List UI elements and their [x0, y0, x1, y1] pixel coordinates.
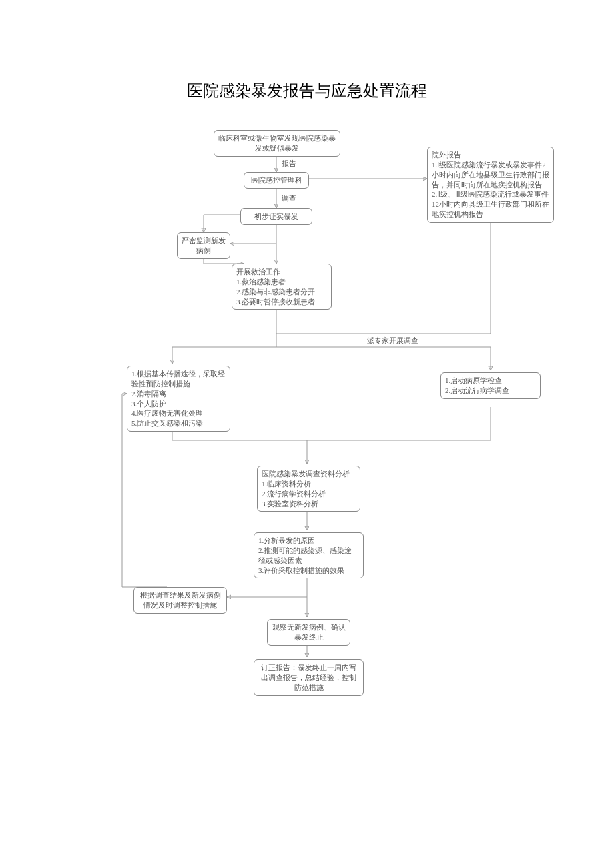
- n7-l1: 2.消毒隔离: [131, 389, 226, 399]
- n7-l2: 3.个人防护: [131, 399, 226, 409]
- n7-l0: 1.根据基本传播途径，采取经验性预防控制措施: [131, 369, 226, 389]
- node-control-measures: 1.根据基本传播途径，采取经验性预防控制措施 2.消毒隔离 3.个人防护 4.医…: [127, 366, 230, 432]
- node-analysis: 医院感染暴发调查资料分析 1.临床资料分析 2.流行病学资料分析 3.实验室资料…: [257, 466, 360, 512]
- label-investigate: 调查: [280, 193, 298, 203]
- n10-l1: 2.推测可能的感染源、感染途径或感染因素: [258, 546, 359, 566]
- n6-body: 1.Ⅰ级医院感染流行暴发或暴发事件2小时内向所在地县级卫生行政部门报告，并同时向…: [432, 160, 549, 220]
- n10-l0: 1.分析暴发的原因: [258, 536, 359, 546]
- n8-l1: 2.启动流行病学调查: [445, 386, 536, 396]
- n5-l3: 3.必要时暂停接收新患者: [236, 297, 327, 307]
- node-confirm: 初步证实暴发: [240, 208, 312, 225]
- node-monitor: 严密监测新发病例: [177, 232, 230, 259]
- label-experts: 派专家开展调查: [366, 336, 420, 346]
- n9-l2: 2.流行病学资料分析: [262, 489, 356, 499]
- node-treatment: 开展救治工作 1.救治感染患者 2.感染与非感染患者分开 3.必要时暂停接收新患…: [232, 264, 332, 310]
- n7-l4: 5.防止交叉感染和污染: [131, 418, 226, 428]
- node-terminate: 观察无新发病例、确认暴发终止: [267, 619, 350, 646]
- n9-l3: 3.实验室资料分析: [262, 499, 356, 509]
- node-dept: 医院感控管理科: [244, 172, 309, 189]
- node-cause-analysis: 1.分析暴发的原因 2.推测可能的感染源、感染途径或感染因素 3.评价采取控制措…: [254, 532, 364, 578]
- n6-title: 院外报告: [432, 150, 549, 160]
- node-final-report: 订正报告：暴发终止一周内写出调查报告，总结经验，控制防范措施: [254, 659, 364, 696]
- n7-l3: 4.医疗废物无害化处理: [131, 408, 226, 418]
- n9-l0: 医院感染暴发调查资料分析: [262, 469, 356, 479]
- n8-l0: 1.启动病原学检查: [445, 376, 536, 386]
- n9-l1: 1.临床资料分析: [262, 479, 356, 489]
- node-external-report: 院外报告 1.Ⅰ级医院感染流行暴发或暴发事件2小时内向所在地县级卫生行政部门报告…: [427, 147, 554, 223]
- n10-l2: 3.评价采取控制措施的效果: [258, 566, 359, 576]
- node-adjust: 根据调查结果及新发病例情况及时调整控制措施: [133, 587, 227, 614]
- n5-l2: 2.感染与非感染患者分开: [236, 287, 327, 297]
- n5-l1: 1.救治感染患者: [236, 277, 327, 287]
- n5-l0: 开展救治工作: [236, 267, 327, 277]
- node-discover: 临床科室或微生物室发现医院感染暴发或疑似暴发: [214, 130, 340, 157]
- node-start-investigation: 1.启动病原学检查 2.启动流行病学调查: [440, 372, 541, 399]
- page-title: 医院感染暴发报告与应急处置流程: [0, 80, 614, 101]
- label-report: 报告: [280, 159, 298, 169]
